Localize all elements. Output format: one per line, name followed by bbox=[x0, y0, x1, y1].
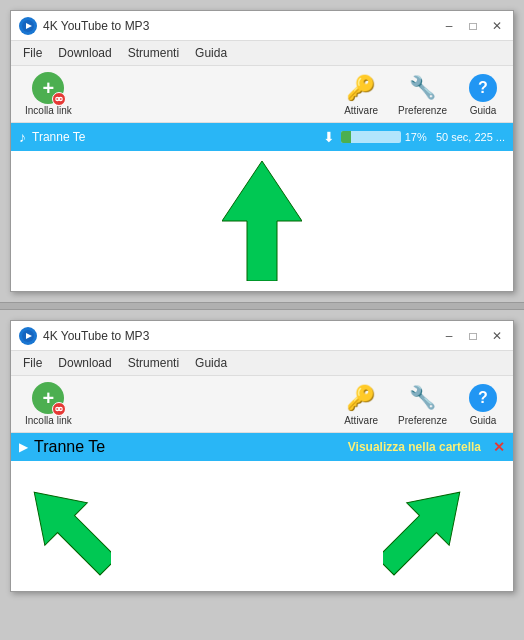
window-2: 4K YouTube to MP3 – □ ✕ File Download St… bbox=[10, 320, 514, 592]
arrow-left-svg bbox=[31, 477, 111, 582]
wrench-symbol-2: 🔧 bbox=[409, 385, 436, 411]
track-name-1: Tranne Te bbox=[32, 130, 317, 144]
prefs-label-2: Preferenze bbox=[398, 415, 447, 426]
toolbar-1: + Incolla link 🔑 Attivare bbox=[11, 66, 513, 123]
window-title-2: 4K YouTube to MP3 bbox=[43, 329, 149, 343]
music-note-icon-1: ♪ bbox=[19, 129, 26, 145]
menu-bar-1: File Download Strumenti Guida bbox=[11, 41, 513, 66]
menu-tools-2[interactable]: Strumenti bbox=[120, 353, 187, 373]
window-title-1: 4K YouTube to MP3 bbox=[43, 19, 149, 33]
title-bar-1: 4K YouTube to MP3 – □ ✕ bbox=[11, 11, 513, 41]
close-button-2[interactable]: ✕ bbox=[489, 328, 505, 344]
content-area-2 bbox=[11, 461, 513, 591]
arrow-up-center bbox=[222, 161, 302, 285]
key-icon-1: 🔑 bbox=[345, 72, 377, 104]
menu-download-2[interactable]: Download bbox=[50, 353, 119, 373]
arrow-bottom-left bbox=[31, 477, 111, 586]
wrench-icon-2: 🔧 bbox=[407, 382, 439, 414]
attiva-label-1: Attivare bbox=[344, 105, 378, 116]
close-button-1[interactable]: ✕ bbox=[489, 18, 505, 34]
guida-label-2: Guida bbox=[470, 415, 497, 426]
title-bar-2: 4K YouTube to MP3 – □ ✕ bbox=[11, 321, 513, 351]
incolla-btn-1[interactable]: + Incolla link bbox=[19, 70, 78, 118]
svg-marker-5 bbox=[222, 161, 302, 281]
attiva-label-2: Attivare bbox=[344, 415, 378, 426]
progress-bar-fill-1 bbox=[341, 131, 351, 143]
incolla-label-2: Incolla link bbox=[25, 415, 72, 426]
menu-help-1[interactable]: Guida bbox=[187, 43, 235, 63]
track-name-2: Tranne Te bbox=[34, 438, 105, 456]
arrow-right-svg bbox=[383, 477, 463, 582]
incolla-icon-2: + bbox=[32, 382, 64, 414]
key-icon-2: 🔑 bbox=[345, 382, 377, 414]
incolla-label-1: Incolla link bbox=[25, 105, 72, 116]
maximize-button-2[interactable]: □ bbox=[465, 328, 481, 344]
minimize-button-2[interactable]: – bbox=[441, 328, 457, 344]
window-1: 4K YouTube to MP3 – □ ✕ File Download St… bbox=[10, 10, 514, 292]
play-icon-2: ▶ bbox=[19, 440, 28, 454]
menu-bar-2: File Download Strumenti Guida bbox=[11, 351, 513, 376]
chain-badge bbox=[52, 92, 66, 106]
window-controls-2: – □ ✕ bbox=[441, 328, 505, 344]
download-arrow-icon-1: ⬇ bbox=[323, 129, 335, 145]
title-left-2: 4K YouTube to MP3 bbox=[19, 327, 149, 345]
progress-bar-bg-1 bbox=[341, 131, 401, 143]
title-left: 4K YouTube to MP3 bbox=[19, 17, 149, 35]
close-download-btn-2[interactable]: ✕ bbox=[493, 439, 505, 455]
wrench-symbol: 🔧 bbox=[409, 75, 436, 101]
prefs-label-1: Preferenze bbox=[398, 105, 447, 116]
maximize-button-1[interactable]: □ bbox=[465, 18, 481, 34]
incolla-icon-circle: + bbox=[32, 72, 64, 104]
guida-btn-2[interactable]: ? Guida bbox=[461, 380, 505, 428]
guida-btn-1[interactable]: ? Guida bbox=[461, 70, 505, 118]
app-icon-2 bbox=[19, 327, 37, 345]
toolbar-2: + Incolla link 🔑 Attivare bbox=[11, 376, 513, 433]
progress-container-1: 17% 50 sec, 225 ... bbox=[341, 131, 505, 143]
key-symbol: 🔑 bbox=[346, 74, 376, 102]
menu-file-2[interactable]: File bbox=[15, 353, 50, 373]
minimize-button-1[interactable]: – bbox=[441, 18, 457, 34]
chain-badge-2 bbox=[52, 402, 66, 416]
attiva-btn-1[interactable]: 🔑 Attivare bbox=[338, 70, 384, 118]
up-arrow-svg bbox=[222, 161, 302, 281]
app-icon bbox=[19, 17, 37, 35]
help-icon-1: ? bbox=[467, 72, 499, 104]
key-symbol-2: 🔑 bbox=[346, 384, 376, 412]
progress-text-1: 17% 50 sec, 225 ... bbox=[405, 131, 505, 143]
content-area-1 bbox=[11, 151, 513, 291]
incolla-icon-1: + bbox=[32, 72, 64, 104]
menu-file-1[interactable]: File bbox=[15, 43, 50, 63]
window-controls-1: – □ ✕ bbox=[441, 18, 505, 34]
help-circle: ? bbox=[469, 74, 497, 102]
incolla-icon-circle-2: + bbox=[32, 382, 64, 414]
menu-tools-1[interactable]: Strumenti bbox=[120, 43, 187, 63]
download-row-1: ♪ Tranne Te ⬇ 17% 50 sec, 225 ... bbox=[11, 123, 513, 151]
svg-marker-12 bbox=[383, 477, 463, 582]
attiva-btn-2[interactable]: 🔑 Attivare bbox=[338, 380, 384, 428]
wrench-icon-1: 🔧 bbox=[407, 72, 439, 104]
help-icon-2: ? bbox=[467, 382, 499, 414]
view-in-folder-link[interactable]: Visualizza nella cartella bbox=[348, 440, 481, 454]
arrow-bottom-right bbox=[383, 477, 463, 586]
svg-marker-11 bbox=[31, 477, 111, 582]
prefs-btn-1[interactable]: 🔧 Preferenze bbox=[392, 70, 453, 118]
menu-help-2[interactable]: Guida bbox=[187, 353, 235, 373]
help-circle-2: ? bbox=[469, 384, 497, 412]
guida-label-1: Guida bbox=[470, 105, 497, 116]
window-separator bbox=[0, 302, 524, 310]
incolla-btn-2[interactable]: + Incolla link bbox=[19, 380, 78, 428]
prefs-btn-2[interactable]: 🔧 Preferenze bbox=[392, 380, 453, 428]
menu-download-1[interactable]: Download bbox=[50, 43, 119, 63]
download-row-done-2: ▶ Tranne Te Visualizza nella cartella ✕ bbox=[11, 433, 513, 461]
